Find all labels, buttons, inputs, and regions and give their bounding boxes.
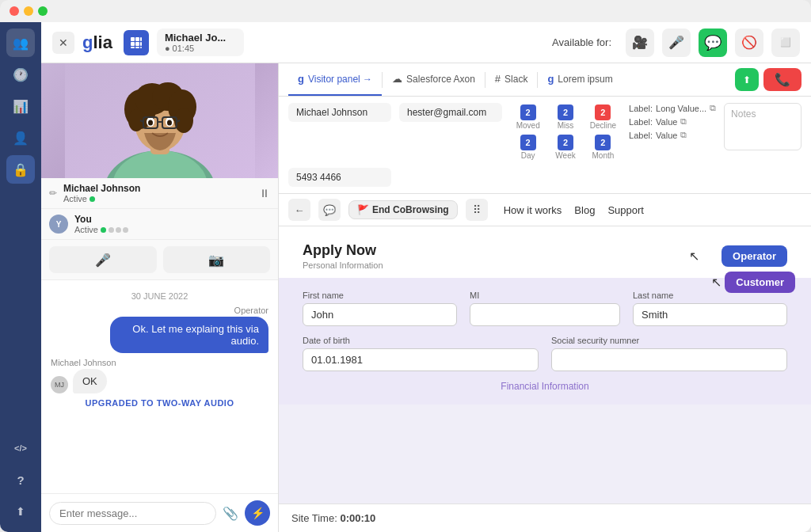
chat-area: 30 JUNE 2022 Operator Ok. Let me explain… — [41, 280, 278, 493]
end-call-button[interactable]: 📞 — [763, 68, 801, 91]
nav-link-blog[interactable]: Blog — [574, 204, 595, 216]
first-name-input[interactable] — [303, 303, 457, 326]
end-cobrowse-button[interactable]: 🚩 End CoBrowsing — [348, 200, 458, 219]
back-arrow-button[interactable]: ← — [288, 199, 310, 221]
copy-icon-2[interactable]: ⧉ — [680, 116, 687, 127]
sidebar-item-users[interactable]: 👥 — [6, 28, 35, 57]
stat-day-num: 2 — [520, 135, 536, 150]
video-button[interactable]: 📷 — [163, 246, 271, 273]
dots-menu-button[interactable]: ⠿ — [466, 199, 488, 221]
sidebar-item-chart[interactable]: 📊 — [6, 92, 35, 120]
svg-rect-8 — [140, 47, 142, 48]
maximize-traffic-light[interactable] — [38, 6, 48, 16]
mic-button[interactable]: 🎤 — [49, 246, 157, 273]
labels-column: Label: Long Value... ⧉ Label: Value ⧉ La… — [629, 103, 716, 140]
pause-button[interactable]: ⏸ — [259, 187, 270, 200]
mi-label: MI — [470, 291, 620, 300]
sidebar-item-clock[interactable]: 🕐 — [6, 60, 35, 89]
tab-slack[interactable]: # Slack — [485, 63, 538, 96]
sidebar-item-exit[interactable]: ⬆ — [6, 497, 35, 526]
stat-moved: 2 Moved — [510, 103, 546, 131]
video-toggle-button[interactable]: 🎥 — [626, 28, 654, 57]
financial-info-label: Financial Information — [303, 381, 787, 392]
participant-status-michael: Active — [63, 194, 253, 203]
label-item-1: Label: Long Value... ⧉ — [629, 103, 716, 113]
dob-input[interactable] — [303, 348, 539, 371]
participant-info-you: You Active — [74, 214, 270, 234]
app: 👥 🕐 📊 👤 🔒 </> ? ⬆ ✕ glia Michael Jo... ●… — [0, 22, 811, 532]
copy-icon-3[interactable]: ⧉ — [680, 130, 687, 140]
grid-icon[interactable] — [124, 30, 149, 55]
mic-toggle-button[interactable]: 🎤 — [662, 28, 691, 57]
minimize-traffic-light[interactable] — [24, 6, 33, 16]
stats-grid: 2 Moved 2 Miss 2 Decline — [510, 103, 621, 162]
participant-info-michael: Michael Johnson Active — [63, 183, 253, 203]
stat-day-label: Day — [521, 151, 535, 160]
last-name-input[interactable] — [633, 303, 787, 326]
site-time-label: Site Time: — [291, 512, 337, 524]
form-row-dob-ssn: Date of birth Social security numner — [303, 336, 787, 371]
sidebar-item-code[interactable]: </> — [6, 434, 35, 462]
chat-toggle-button[interactable]: 💬 — [699, 28, 727, 57]
chat-input[interactable] — [49, 502, 216, 525]
svg-rect-5 — [140, 42, 142, 46]
more-options-button[interactable]: ⬜ — [771, 28, 800, 57]
email-field: hester@gmail.com — [399, 103, 502, 122]
sidebar-item-lock[interactable]: 🔒 — [6, 155, 35, 184]
cursor-operator-icon: ↖ — [689, 249, 699, 264]
share-icon: ⬆ — [743, 74, 751, 86]
share-button[interactable]: ⬆ — [735, 68, 759, 91]
stat-miss: 2 Miss — [547, 103, 583, 131]
upgrade-link[interactable]: UPGRADED TO TWO-WAY AUDIO — [51, 398, 268, 408]
stat-month-num: 2 — [595, 135, 611, 150]
svg-rect-1 — [135, 37, 139, 41]
agent-time: ● 01:45 — [165, 44, 236, 53]
customer-name-label: Michael Johnson — [51, 358, 268, 367]
svg-point-23 — [167, 120, 172, 126]
block-button[interactable]: 🚫 — [735, 28, 763, 57]
attachment-icon[interactable]: 📎 — [223, 506, 238, 521]
chat-message-customer: Michael Johnson MJ OK — [51, 358, 268, 393]
stat-miss-num: 2 — [558, 104, 573, 120]
operator-bubble: Ok. Let me explaing this via audio. — [110, 317, 268, 353]
close-traffic-light[interactable] — [10, 6, 19, 16]
tab-lorem[interactable]: g Lorem ipsum — [538, 63, 622, 96]
nav-link-support[interactable]: Support — [607, 204, 644, 216]
tab-salesforce[interactable]: ☁ Salesforce Axon — [383, 63, 485, 96]
salesforce-tab-icon: ☁ — [392, 73, 402, 85]
send-button[interactable]: ⚡ — [245, 500, 270, 526]
phone-row: 5493 4466 — [279, 168, 811, 193]
apply-now-content: Apply Now Personal Information — [303, 242, 673, 270]
apply-now-title: Apply Now — [303, 242, 673, 259]
stat-week-num: 2 — [558, 135, 573, 150]
mi-input[interactable] — [470, 303, 620, 326]
website-nav: How it works Blog Support — [504, 204, 644, 216]
sidebar-item-help[interactable]: ? — [6, 466, 35, 494]
action-buttons: ⬆ 📞 — [735, 68, 801, 91]
notes-box[interactable]: Notes — [724, 103, 801, 150]
participant-row-michael: ✏ Michael Johnson Active ⏸ — [41, 178, 278, 209]
label-item-3: Label: Value ⧉ — [629, 130, 716, 140]
ssn-input[interactable] — [551, 348, 787, 371]
participant-row-you: Y You Active — [41, 209, 278, 240]
sidebar-item-user[interactable]: 👤 — [6, 124, 35, 152]
main-content: ✕ glia Michael Jo... ● 01:45 Available f… — [41, 22, 811, 532]
status-dot-empty-3 — [123, 227, 128, 233]
form-group-first-name: First name — [303, 291, 457, 326]
apply-now-section: Apply Now Personal Information ↖ Operato… — [279, 226, 811, 278]
agent-tab[interactable]: Michael Jo... ● 01:45 — [157, 28, 244, 56]
label-key-3: Label: — [629, 131, 653, 140]
chat-input-area: 📎 ⚡ — [41, 493, 278, 532]
participant-status-you: Active — [74, 225, 270, 234]
chat-bubble-button[interactable]: 💬 — [318, 199, 341, 221]
label-item-2: Label: Value ⧉ — [629, 116, 716, 127]
stat-month-label: Month — [592, 151, 615, 160]
operator-cursor-area: ↖ — [689, 249, 706, 264]
copy-icon-1[interactable]: ⧉ — [710, 103, 716, 113]
tab-visitor-panel[interactable]: g Visitor panel → — [288, 63, 382, 96]
status-dot-michael — [89, 196, 95, 202]
nav-link-how-it-works[interactable]: How it works — [504, 204, 562, 216]
label-value-3: Value — [656, 131, 677, 140]
visitor-tab-icon: g — [298, 73, 304, 85]
close-button[interactable]: ✕ — [52, 32, 74, 54]
